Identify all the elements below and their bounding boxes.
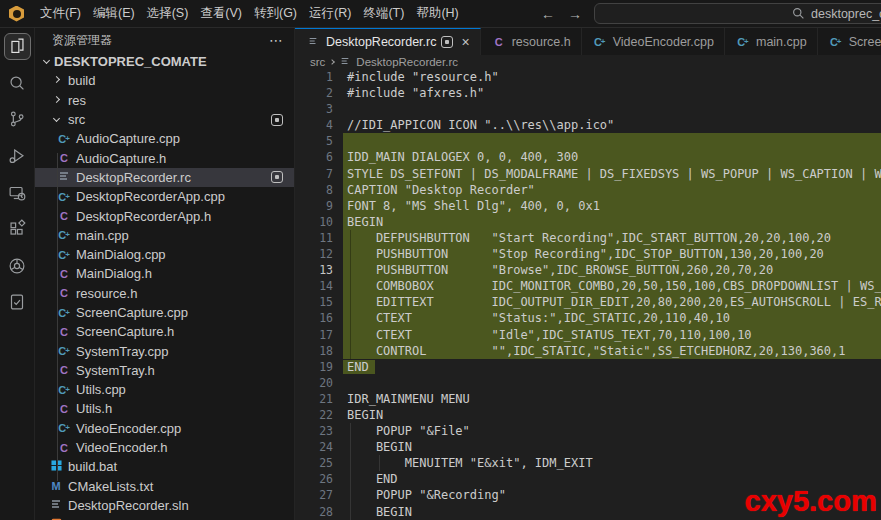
line-number[interactable]: 25 [295,455,343,471]
source-control-icon[interactable] [0,101,35,138]
line-number[interactable]: 7 [295,166,343,182]
line-number[interactable]: 9 [295,198,343,214]
editor-tab[interactable]: C+ScreenCapture.cpp [818,28,881,55]
checklist-icon[interactable] [0,284,35,321]
tree-file-item[interactable]: CVideoEncoder.h [35,438,294,457]
tree-file-item[interactable]: C+Utils.cpp [35,380,294,399]
line-number[interactable]: 15 [295,294,343,310]
menu-item[interactable]: 文件(F) [34,0,87,27]
code-line[interactable]: 9FONT 8, "MS Shell Dlg", 400, 0, 0x1 [295,198,881,214]
menu-item[interactable]: 终端(T) [357,0,410,27]
menu-item[interactable]: 编辑(E) [87,0,141,27]
code-line[interactable]: 10BEGIN [295,214,881,230]
run-debug-icon[interactable] [0,138,35,175]
line-number[interactable]: 1 [295,69,343,85]
line-number[interactable]: 16 [295,310,343,326]
line-number[interactable]: 8 [295,182,343,198]
editor-tab[interactable]: Cresource.h [481,28,582,55]
browser-icon[interactable] [0,248,35,285]
code-line[interactable]: 11 DEFPUSHBUTTON "Start Recording",IDC_S… [295,230,881,246]
command-center-search[interactable]: desktoprec_co [594,3,881,24]
line-number[interactable]: 12 [295,246,343,262]
menu-item[interactable]: 查看(V) [194,0,248,27]
more-actions-icon[interactable]: ⋯ [269,32,284,48]
tree-file-item[interactable]: C+SystemTray.cpp [35,341,294,360]
line-number[interactable]: 28 [295,504,343,520]
tree-file-item[interactable]: CUtils.h [35,399,294,418]
tree-file-item[interactable]: DesktopRecorder.vcxproj [35,515,294,520]
tree-file-item[interactable]: C+main.cpp [35,226,294,245]
code-editor[interactable]: 1#include "resource.h"2#include "afxres.… [295,69,881,520]
code-line[interactable]: 14 COMBOBOX IDC_MONITOR_COMBO,20,50,150,… [295,278,881,294]
code-line[interactable]: 17 CTEXT "Idle",IDC_STATUS_TEXT,70,110,1… [295,327,881,343]
tree-file-item[interactable]: build.bat [35,457,294,476]
line-number[interactable]: 11 [295,230,343,246]
tree-file-item[interactable]: C+VideoEncoder.cpp [35,419,294,438]
tree-file-item[interactable]: C+DesktopRecorderApp.cpp [35,187,294,206]
line-number[interactable]: 17 [295,327,343,343]
tree-file-item[interactable]: CSystemTray.h [35,361,294,380]
line-number[interactable]: 24 [295,439,343,455]
tree-file-item[interactable]: CMainDialog.h [35,264,294,283]
tree-file-item[interactable]: CScreenCapture.h [35,322,294,341]
tree-file-item[interactable]: MCMakeLists.txt [35,477,294,496]
editor-tab[interactable]: C+main.cpp [725,28,818,55]
tree-file-item[interactable]: C+MainDialog.cpp [35,245,294,264]
tree-root-folder[interactable]: DESKTOPREC_COMATE [35,52,294,71]
tree-file-item[interactable]: CAudioCapture.h [35,148,294,167]
code-line[interactable]: 22BEGIN [295,407,881,423]
code-line[interactable]: 16 CTEXT "Status:",IDC_STATIC,20,110,40,… [295,310,881,326]
tree-folder-item[interactable]: src [35,110,294,129]
code-line[interactable]: 4//IDI_APPICON ICON "..\\res\\app.ico" [295,117,881,133]
code-line[interactable]: 18 CONTROL "",IDC_STATIC,"Static",SS_ETC… [295,343,881,359]
code-line[interactable]: 25 MENUITEM "E&xit", IDM_EXIT [295,455,881,471]
code-line[interactable]: 8CAPTION "Desktop Recorder" [295,182,881,198]
tree-file-item[interactable]: Cresource.h [35,284,294,303]
menu-item[interactable]: 转到(G) [248,0,303,27]
menu-item[interactable]: 帮助(H) [410,0,464,27]
code-line[interactable]: 24 BEGIN [295,439,881,455]
line-number[interactable]: 23 [295,423,343,439]
line-number[interactable]: 6 [295,149,343,165]
line-number[interactable]: 19 [295,359,343,375]
editor-tab[interactable]: C+VideoEncoder.cpp [582,28,725,55]
tree-folder-item[interactable]: res [35,91,294,110]
tree-file-item[interactable]: C+ScreenCapture.cpp [35,303,294,322]
code-line[interactable]: 7STYLE DS_SETFONT | DS_MODALFRAME | DS_F… [295,166,881,182]
code-line[interactable]: 13 PUSHBUTTON "Browse",IDC_BROWSE_BUTTON… [295,262,881,278]
code-line[interactable]: 6IDD_MAIN DIALOGEX 0, 0, 400, 300 [295,149,881,165]
tree-file-item[interactable]: C+AudioCapture.cpp [35,129,294,148]
line-number[interactable]: 21 [295,391,343,407]
code-line[interactable]: 15 EDITTEXT IDC_OUTPUT_DIR_EDIT,20,80,20… [295,294,881,310]
breadcrumb[interactable]: src DesktopRecorder.rc [295,55,881,69]
search-icon[interactable] [0,65,35,102]
line-number[interactable]: 2 [295,85,343,101]
line-number[interactable]: 14 [295,278,343,294]
code-line[interactable]: 19END [295,359,881,375]
line-number[interactable]: 13 [295,262,343,278]
line-number[interactable]: 26 [295,471,343,487]
line-number[interactable]: 20 [295,375,343,391]
line-number[interactable]: 4 [295,117,343,133]
remote-explorer-icon[interactable] [0,174,35,211]
tree-folder-item[interactable]: build [35,71,294,90]
menu-item[interactable]: 运行(R) [303,0,357,27]
line-number[interactable]: 18 [295,343,343,359]
code-line[interactable]: 21IDR_MAINMENU MENU [295,391,881,407]
code-line[interactable]: 1#include "resource.h" [295,69,881,85]
breadcrumb-folder[interactable]: src [310,56,325,68]
extensions-icon[interactable] [0,211,35,248]
line-number[interactable]: 5 [295,133,343,149]
breadcrumb-file[interactable]: DesktopRecorder.rc [356,56,458,68]
close-icon[interactable]: × [461,35,469,49]
tree-file-item[interactable]: DesktopRecorder.rc [35,168,294,187]
code-line[interactable]: 3 [295,101,881,117]
tree-file-item[interactable]: DesktopRecorder.sln [35,496,294,515]
line-number[interactable]: 3 [295,101,343,117]
code-line[interactable]: 20 [295,375,881,391]
menu-item[interactable]: 选择(S) [141,0,195,27]
editor-tab[interactable]: DesktopRecorder.rc× [295,28,481,55]
nav-forward-icon[interactable]: → [568,6,582,22]
code-line[interactable]: 12 PUSHBUTTON "Stop Recording",IDC_STOP_… [295,246,881,262]
line-number[interactable]: 27 [295,487,343,503]
